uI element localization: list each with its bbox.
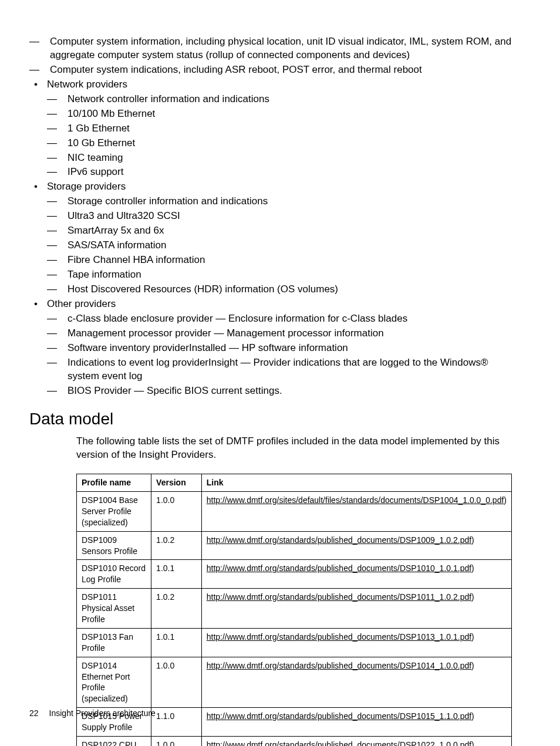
table-row: DSP1013 Fan Profile 1.0.1 http://www.dmt… <box>77 628 512 657</box>
cell-version: 1.0.0 <box>151 492 202 532</box>
cell-version: 1.0.2 <box>151 589 202 629</box>
profile-link[interactable]: http://www.dmtf.org/standards/published_… <box>207 592 471 602</box>
cell-name: DSP1013 Fan Profile <box>77 628 151 657</box>
cell-name: DSP1011 Physical Asset Profile <box>77 589 151 629</box>
table-row: DSP1011 Physical Asset Profile 1.0.2 htt… <box>77 589 512 629</box>
table-row: DSP1014 Ethernet Port Profile (specializ… <box>77 657 512 708</box>
table-row: DSP1004 Base Server Profile (specialized… <box>77 492 512 532</box>
cell-link: http://www.dmtf.org/standards/published_… <box>201 628 511 657</box>
profiles-table: Profile name Version Link DSP1004 Base S… <box>76 474 512 746</box>
page-number: 22 <box>29 708 39 718</box>
cell-name: DSP1004 Base Server Profile (specialized… <box>77 492 151 532</box>
bullet-label: Other providers <box>47 298 116 309</box>
list-item: Network controller information and indic… <box>47 93 513 106</box>
cell-link: http://www.dmtf.org/standards/published_… <box>201 657 511 708</box>
profile-link[interactable]: http://www.dmtf.org/standards/published_… <box>207 740 471 746</box>
list-item: Management processor provider — Manageme… <box>47 327 513 340</box>
list-item: 10 Gb Ethernet <box>47 137 513 150</box>
section-heading: Data model <box>29 408 513 430</box>
cell-version: 1.1.0 <box>151 708 202 737</box>
list-item: Tape information <box>47 268 513 282</box>
footer-section: Insight Providers architecture <box>49 708 156 718</box>
page: Computer system information, including p… <box>0 0 560 746</box>
table-row: DSP1010 Record Log Profile 1.0.1 http://… <box>77 560 512 589</box>
dash-list: Storage controller information and indic… <box>47 195 513 296</box>
intro-text: The following table lists the set of DMT… <box>76 435 513 462</box>
list-item: NIC teaming <box>47 151 513 165</box>
cell-link: http://www.dmtf.org/standards/published_… <box>201 531 511 560</box>
list-item: Fibre Channel HBA information <box>47 254 513 267</box>
bullet-item: Storage providers Storage controller inf… <box>29 180 513 296</box>
list-item: Computer system indications, including A… <box>29 63 513 77</box>
link-trailing: ) <box>471 661 474 670</box>
list-item: 1 Gb Ethernet <box>47 122 513 136</box>
dash-list: Network controller information and indic… <box>47 93 513 180</box>
table-header-row: Profile name Version Link <box>77 474 512 492</box>
top-dash-list: Computer system information, including p… <box>29 35 513 77</box>
cell-link: http://www.dmtf.org/standards/published_… <box>201 589 511 629</box>
table-row: DSP1009 Sensors Profile 1.0.2 http://www… <box>77 531 512 560</box>
list-item: Indications to event log providerInsight… <box>47 356 513 383</box>
list-item: 10/100 Mb Ethernet <box>47 107 513 121</box>
list-item: SmartArray 5x and 6x <box>47 224 513 238</box>
profile-link[interactable]: http://www.dmtf.org/standards/published_… <box>207 632 471 642</box>
table-row: DSP1022 CPU Profile 1.0.0 http://www.dmt… <box>77 737 512 746</box>
list-item: Ultra3 and Ultra320 SCSI <box>47 210 513 223</box>
bullet-label: Network providers <box>47 79 127 90</box>
list-item: Software inventory providerInstalled — H… <box>47 342 513 355</box>
cell-link: http://www.dmtf.org/standards/published_… <box>201 737 511 746</box>
cell-link: http://www.dmtf.org/sites/default/files/… <box>201 492 511 532</box>
bullet-list: Network providers Network controller inf… <box>29 78 513 398</box>
link-trailing: ) <box>471 632 474 642</box>
list-item: Host Discovered Resources (HDR) informat… <box>47 283 513 296</box>
link-trailing: ) <box>471 711 474 721</box>
cell-version: 1.0.0 <box>151 657 202 708</box>
link-trailing: ) <box>471 563 474 573</box>
col-header: Link <box>201 474 511 492</box>
list-item: SAS/SATA information <box>47 239 513 252</box>
bullet-item: Network providers Network controller inf… <box>29 78 513 180</box>
col-header: Profile name <box>77 474 151 492</box>
bullet-item: Other providers c-Class blade enclosure … <box>29 298 513 398</box>
list-item: BIOS Provider — Specific BIOS current se… <box>47 384 513 398</box>
cell-link: http://www.dmtf.org/standards/published_… <box>201 708 511 737</box>
profile-link[interactable]: http://www.dmtf.org/standards/published_… <box>207 563 471 573</box>
cell-version: 1.0.2 <box>151 531 202 560</box>
list-item: c-Class blade enclosure provider — Enclo… <box>47 312 513 326</box>
list-item: Storage controller information and indic… <box>47 195 513 208</box>
bullet-label: Storage providers <box>47 181 126 192</box>
cell-version: 1.0.1 <box>151 628 202 657</box>
link-trailing: ) <box>471 535 474 545</box>
cell-name: DSP1009 Sensors Profile <box>77 531 151 560</box>
profile-link[interactable]: http://www.dmtf.org/standards/published_… <box>207 661 471 670</box>
cell-name: DSP1010 Record Log Profile <box>77 560 151 589</box>
page-footer: 22Insight Providers architecture <box>29 708 156 719</box>
list-item: IPv6 support <box>47 166 513 179</box>
profile-link[interactable]: http://www.dmtf.org/standards/published_… <box>207 535 471 545</box>
link-trailing: ) <box>471 740 474 746</box>
cell-version: 1.0.1 <box>151 560 202 589</box>
link-trailing: ) <box>471 592 474 602</box>
profile-link[interactable]: http://www.dmtf.org/sites/default/files/… <box>207 495 504 505</box>
dash-list: c-Class blade enclosure provider — Enclo… <box>47 312 513 398</box>
cell-name: DSP1014 Ethernet Port Profile (specializ… <box>77 657 151 708</box>
link-trailing: ) <box>504 495 507 505</box>
cell-version: 1.0.0 <box>151 737 202 746</box>
cell-name: DSP1022 CPU Profile <box>77 737 151 746</box>
col-header: Version <box>151 474 202 492</box>
profile-link[interactable]: http://www.dmtf.org/standards/published_… <box>207 711 471 721</box>
list-item: Computer system information, including p… <box>29 35 513 62</box>
cell-link: http://www.dmtf.org/standards/published_… <box>201 560 511 589</box>
